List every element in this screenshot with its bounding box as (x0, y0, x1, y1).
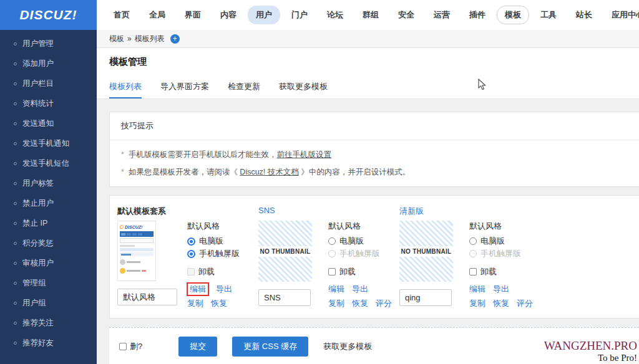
style-name-input[interactable] (117, 289, 177, 305)
sidebar-item-user-group[interactable]: 用户组 (0, 293, 97, 313)
export-link[interactable]: 导出 (493, 284, 509, 295)
sidebar-item-send-mobile-notice[interactable]: 发送手机通知 (0, 133, 97, 153)
template-title-link[interactable]: 清新版 (399, 206, 540, 216)
mobile-version-radio-row: 手机触屏版 (328, 247, 392, 260)
nav-group[interactable]: 群组 (354, 6, 387, 24)
edit-link[interactable]: 编辑 (469, 284, 485, 295)
nav-operation[interactable]: 运营 (426, 6, 458, 24)
sidebar-item-send-notice[interactable]: 发送通知 (0, 113, 97, 133)
tab-import-scheme[interactable]: 导入界面方案 (160, 81, 209, 98)
nav-user-active[interactable]: 用户 (248, 6, 280, 24)
sidebar: DISCUZ! 用户管理 添加用户 用户栏目 资料统计 发送通知 发送手机通知 … (0, 0, 97, 364)
edit-link-highlighted[interactable]: 编辑 (187, 282, 209, 296)
sidebar-item-credit-reward[interactable]: 积分奖惩 (0, 233, 97, 253)
sidebar-item-profile-stats[interactable]: 资料统计 (0, 93, 97, 113)
restore-link[interactable]: 恢复 (211, 298, 227, 309)
nav-app-center[interactable]: 应用中心 (603, 6, 639, 24)
uninstall-checkbox-row[interactable]: 卸载 (187, 266, 240, 278)
export-link[interactable]: 导出 (216, 284, 232, 295)
sidebar-item-user-columns[interactable]: 用户栏目 (0, 74, 97, 93)
delete-checkbox-row[interactable]: 删? (119, 341, 142, 352)
rate-link[interactable]: 评分 (376, 298, 392, 309)
pc-version-label: 电脑版 (199, 236, 223, 247)
checkbox-icon[interactable] (328, 268, 336, 275)
uninstall-checkbox-row[interactable]: 卸载 (469, 266, 533, 278)
bullet-icon (14, 342, 17, 345)
pc-version-radio-row[interactable]: 电脑版 (187, 235, 240, 247)
tab-more-templates[interactable]: 获取更多模板 (279, 81, 328, 98)
export-link[interactable]: 导出 (352, 284, 368, 295)
sidebar-item-user-tags[interactable]: 用户标签 (0, 173, 97, 193)
sidebar-item-user-manage[interactable]: 用户管理 (0, 34, 97, 54)
pc-version-radio-row[interactable]: 电脑版 (469, 235, 533, 247)
uninstall-label: 卸载 (198, 266, 215, 277)
mini-navbar (120, 231, 154, 237)
sidebar-item-recommend-follow[interactable]: 推荐关注 (0, 313, 97, 333)
radio-icon[interactable] (469, 237, 477, 245)
nav-interface[interactable]: 界面 (177, 6, 209, 24)
template-title: 默认模板套系 (117, 206, 258, 216)
nav-portal[interactable]: 门户 (283, 6, 316, 24)
nav-webmaster[interactable]: 站长 (568, 6, 600, 24)
sidebar-item-ban-user[interactable]: 禁止用户 (0, 193, 97, 213)
bullet-icon (14, 102, 17, 105)
sidebar-item-label: 用户标签 (22, 178, 54, 189)
nav-home[interactable]: 首页 (105, 6, 138, 24)
mobile-settings-link[interactable]: 前往手机版设置 (276, 150, 331, 159)
tab-check-update[interactable]: 检查更新 (228, 81, 260, 98)
edit-link[interactable]: 编辑 (328, 284, 344, 295)
page-header: 模板管理 模板列表 导入界面方案 检查更新 获取更多模板 (97, 48, 639, 99)
add-favorite-icon[interactable]: + (170, 34, 180, 44)
checkbox-icon[interactable] (469, 268, 477, 275)
nav-template-boxed[interactable]: 模板 (497, 6, 529, 24)
nav-content[interactable]: 内容 (212, 6, 245, 24)
style-name-input[interactable] (258, 289, 311, 306)
tip-text: 手机版模板需要开启手机版以后才能生效， (129, 150, 277, 159)
radio-icon[interactable] (187, 237, 195, 246)
sidebar-item-recommend-friend[interactable]: 推荐好友 (0, 333, 97, 353)
nav-tools[interactable]: 工具 (532, 6, 565, 24)
bullet-icon (14, 42, 17, 46)
nav-global[interactable]: 全局 (141, 6, 173, 24)
breadcrumb-separator: » (127, 34, 132, 43)
sidebar-item-admin-group[interactable]: 管理组 (0, 273, 97, 293)
pc-version-radio-row[interactable]: 电脑版 (328, 235, 392, 247)
copy-link[interactable]: 复制 (187, 298, 203, 309)
sidebar-item-add-user[interactable]: 添加用户 (0, 54, 97, 74)
copy-link[interactable]: 复制 (328, 298, 344, 309)
uninstall-checkbox-row[interactable]: 卸载 (328, 266, 392, 278)
sidebar-item-audit-user[interactable]: 审核用户 (0, 253, 97, 273)
restore-link[interactable]: 恢复 (352, 298, 368, 309)
nav-security[interactable]: 安全 (390, 6, 422, 24)
sidebar-item-ban-ip[interactable]: 禁止 IP (0, 213, 97, 233)
tip-line-mobile: *手机版模板需要开启手机版以后才能生效，前往手机版设置 (121, 150, 628, 160)
checkbox-icon[interactable] (119, 343, 127, 350)
update-css-cache-button[interactable]: 更新 CSS 缓存 (232, 337, 308, 357)
breadcrumb-section[interactable]: 模板 (109, 34, 124, 44)
sidebar-item-send-sms[interactable]: 发送手机短信 (0, 153, 97, 173)
restore-link[interactable]: 恢复 (493, 298, 509, 309)
tech-doc-link[interactable]: Discuz! 技术文档 (240, 168, 298, 176)
mobile-version-radio-row[interactable]: 手机触屏版 (187, 247, 240, 260)
mini-stats-line (120, 248, 154, 251)
sidebar-item-label: 发送手机短信 (22, 158, 69, 169)
nav-forum[interactable]: 论坛 (319, 6, 351, 24)
radio-icon[interactable] (187, 250, 195, 258)
copy-link[interactable]: 复制 (469, 298, 485, 309)
tab-template-list[interactable]: 模板列表 (109, 81, 142, 98)
mini-section-header (120, 252, 154, 256)
submit-button[interactable]: 提交 (178, 337, 217, 357)
mobile-version-radio-row: 手机触屏版 (469, 247, 533, 260)
get-more-templates-link[interactable]: 获取更多模板 (323, 341, 372, 352)
default-style-label: 默认风格 (469, 221, 533, 232)
tips-panel: 技巧提示 *手机版模板需要开启手机版以后才能生效，前往手机版设置 *如果您是模板… (109, 112, 639, 187)
default-style-label: 默认风格 (328, 221, 392, 232)
nav-plugins[interactable]: 插件 (461, 6, 494, 24)
template-title-link[interactable]: SNS (258, 206, 399, 216)
rate-link[interactable]: 评分 (517, 298, 533, 309)
mini-searchbar (120, 238, 154, 243)
radio-icon[interactable] (328, 237, 336, 245)
style-name-input[interactable] (399, 289, 452, 306)
checkbox-icon[interactable] (187, 268, 195, 275)
template-card-sns: SNS NO THUMBNAIL 默认风格 电脑版 (258, 206, 399, 309)
